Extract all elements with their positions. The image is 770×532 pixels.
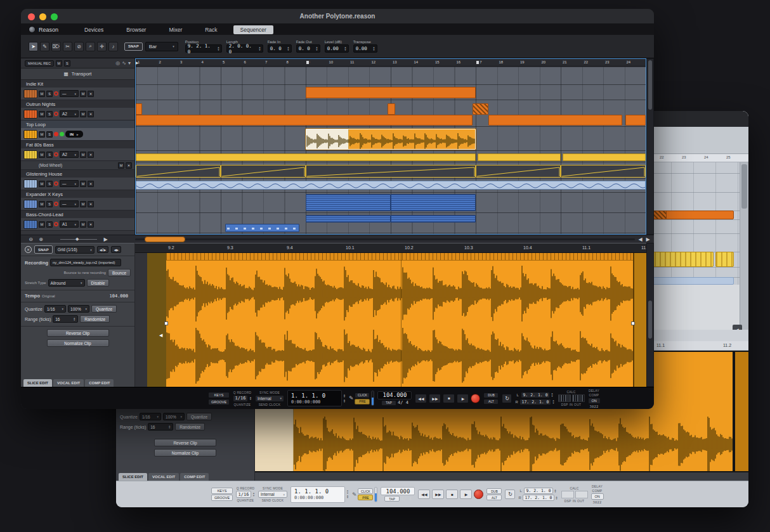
editor-tab-slice-edit[interactable]: SLICE EDIT	[23, 379, 52, 387]
editor-scrollbar[interactable]	[646, 243, 654, 387]
left-locator-value[interactable]: 9. 2. 1. 0	[524, 488, 552, 494]
alt-button[interactable]: ALT	[483, 399, 499, 405]
clip-left-handle[interactable]	[164, 321, 168, 325]
lane-mute-button[interactable]: M	[80, 152, 86, 158]
scroll-right-button[interactable]: ▶	[644, 236, 651, 243]
delay-comp-on-button[interactable]: ON	[591, 493, 604, 500]
right-locator-value[interactable]: 17. 2. 1. 0	[523, 495, 554, 501]
clip-bass_lo[interactable]	[225, 224, 299, 232]
bg-vertical-scrollbar[interactable]	[740, 162, 748, 330]
record-quantize-value[interactable]: 1/16	[233, 395, 248, 402]
click-button[interactable]: CLICK	[355, 393, 370, 398]
track-solo-button[interactable]: S	[46, 91, 53, 97]
track-glistening-house[interactable]: Glistening HouseMS—▾M✕	[21, 170, 134, 190]
arrangement-area[interactable]: 1234567891011121314151617181920212223242…	[135, 58, 646, 235]
clip-fatauto[interactable]	[476, 165, 561, 178]
clip-fat[interactable]	[136, 153, 476, 161]
clip-fatauto[interactable]	[306, 165, 476, 178]
lane-mute-button[interactable]: M	[80, 111, 86, 117]
minimize-window-button[interactable]	[39, 13, 46, 20]
automation-icon[interactable]: ∿	[122, 60, 126, 66]
quantize-value-select[interactable]: 1/16▾	[44, 305, 66, 313]
track-solo-button[interactable]: S	[46, 111, 53, 117]
record-arm-button[interactable]	[54, 91, 58, 96]
disable-stretch-button[interactable]: Disable	[87, 279, 110, 287]
clip-bass_hi[interactable]	[391, 215, 476, 223]
randomize-button[interactable]: Randomize	[80, 315, 110, 323]
tab-mixer[interactable]: Mixer	[162, 25, 189, 34]
groove-button[interactable]: GROOVE	[211, 495, 233, 501]
keys-button[interactable]: KEYS	[208, 392, 230, 398]
chevron-down-icon[interactable]: ▾	[128, 60, 131, 66]
pre-button[interactable]: PRE	[358, 495, 373, 500]
groove-button[interactable]: GROOVE	[208, 399, 230, 405]
loop-button[interactable]: ↻	[502, 394, 512, 403]
clip-indie[interactable]	[306, 87, 476, 98]
record-arm-button[interactable]	[54, 202, 58, 206]
track-solo-button[interactable]: S	[46, 152, 53, 158]
track-mute-button[interactable]: M	[39, 111, 45, 117]
clip-toploop[interactable]	[306, 129, 476, 150]
select-tool[interactable]: ➤	[29, 42, 38, 51]
audio-clip-region[interactable]	[166, 253, 633, 387]
pre-button[interactable]: PRE	[355, 399, 370, 405]
sync-mode-select[interactable]: Internal▾	[258, 491, 287, 498]
bounce-button[interactable]: Bounce	[108, 269, 131, 276]
tempo-display[interactable]: 104.000	[377, 391, 412, 399]
hand-tool[interactable]: ✛	[97, 42, 107, 51]
horizontal-scrollbar-thumb[interactable]	[145, 237, 185, 242]
field-fade-out-value[interactable]: 0. 0▲▼	[296, 44, 320, 53]
track-mute-button[interactable]: M	[39, 131, 45, 138]
mute-tool[interactable]: ⊘	[74, 42, 84, 51]
fastforward-button[interactable]: ▶▶	[432, 490, 444, 499]
lane-mute-button[interactable]: M	[80, 91, 86, 97]
clip-fatauto[interactable]	[136, 165, 221, 178]
clip-expander[interactable]	[306, 194, 391, 211]
editor-grid-select[interactable]: Grid (1/16)▾	[55, 246, 95, 254]
reason-window[interactable]: Another Polytone.reason Reason DevicesBr…	[21, 9, 654, 409]
record-arm-button[interactable]	[54, 222, 58, 226]
editor-tab-slice-edit[interactable]: SLICE EDIT	[119, 473, 147, 481]
track-bass-chord-lead[interactable]: Bass-Chord-LeadMSA1▾M✕	[21, 211, 134, 231]
eraser-tool[interactable]: ⌦	[51, 42, 61, 51]
clip-outrun_hi[interactable]	[136, 103, 142, 115]
quantize-amount-select[interactable]: 100%▾	[68, 305, 89, 313]
scrollbar-thumb[interactable]	[648, 60, 652, 110]
tab-rack[interactable]: Rack	[198, 25, 224, 34]
record-arm-button[interactable]	[54, 112, 58, 116]
range-ticks-field[interactable]: 16▲▼	[53, 315, 78, 323]
zoom-in-button[interactable]: ⊕	[37, 236, 44, 243]
stop-button[interactable]: ■	[443, 394, 455, 403]
reverse-clip-button[interactable]: Reverse Clip	[47, 329, 109, 337]
razor-tool[interactable]: ✂	[63, 42, 72, 51]
zoom-out-button[interactable]: ⊖	[27, 236, 34, 243]
lane-delete-button[interactable]: ✕	[88, 201, 94, 207]
track-solo-button[interactable]: S	[46, 181, 53, 187]
clip-fatauto[interactable]	[561, 165, 646, 178]
fastforward-button[interactable]: ▶▶	[429, 394, 441, 403]
tap-button[interactable]: TAP	[381, 400, 396, 406]
lane-delete-button[interactable]: ✕	[88, 181, 94, 187]
randomize-button[interactable]: Randomize	[175, 423, 205, 431]
quantize-button[interactable]: Quantize	[186, 413, 212, 420]
normalize-clip-button[interactable]: Normalize Clip	[47, 339, 109, 347]
scroll-left-button[interactable]: ◀	[637, 236, 644, 243]
clip-outrun_lo[interactable]	[625, 115, 646, 126]
track-expander-x-keys[interactable]: Expander X KeysMS—▾M✕	[21, 190, 134, 211]
nudge-buttons[interactable]: ◀▶	[111, 246, 121, 253]
clip-fatauto[interactable]	[221, 165, 306, 178]
clip-bass_hi[interactable]	[306, 215, 391, 223]
follow-song-button[interactable]: ▶	[102, 236, 109, 243]
stretch-type-select[interactable]: Allround▾	[48, 279, 85, 287]
snap-grid-select[interactable]: Bar▾	[145, 42, 178, 51]
alt-button[interactable]: ALT	[486, 495, 502, 500]
clip-fat[interactable]	[563, 153, 646, 161]
track-mute-button[interactable]: M	[39, 152, 45, 158]
track-solo-button[interactable]: S	[46, 221, 53, 228]
tab-devices[interactable]: Devices	[77, 25, 110, 34]
play-button[interactable]: ▶	[460, 490, 472, 499]
clip-outrun_hi[interactable]	[473, 103, 488, 115]
clip-outrun_lo[interactable]	[136, 115, 473, 126]
left-locator-flag[interactable]	[306, 60, 310, 65]
editor-tab-vocal-edit[interactable]: VOCAL EDIT	[148, 473, 179, 481]
